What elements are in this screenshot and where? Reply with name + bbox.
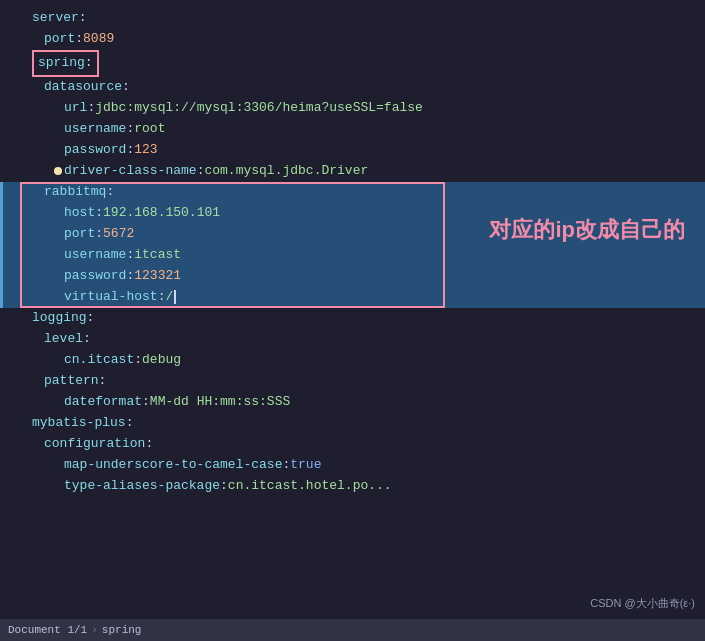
value-map-underscore: true — [290, 455, 321, 476]
value-username: root — [134, 119, 165, 140]
key-username: username — [64, 119, 126, 140]
value-type-aliases: cn.itcast.hotel.po... — [228, 476, 392, 497]
text-cursor — [174, 290, 176, 304]
value-password: 123 — [134, 140, 157, 161]
document-count: Document 1/1 — [8, 624, 87, 636]
key-port: port — [44, 29, 75, 50]
line-server: server: — [0, 8, 705, 29]
line-mybatis: mybatis-plus: — [0, 413, 705, 434]
value-rabbitmq-port: 5672 — [103, 224, 134, 245]
key-dateformat: dateformat — [64, 392, 142, 413]
line-datasource: datasource: — [0, 77, 705, 98]
key-mybatis: mybatis-plus — [32, 413, 126, 434]
value-host: 192.168.150.101 — [103, 203, 220, 224]
line-configuration: configuration: — [0, 434, 705, 455]
key-type-aliases: type-aliases-package — [64, 476, 220, 497]
key-driver: driver-class-name — [64, 161, 197, 182]
line-virtual-host: virtual-host: / — [0, 287, 705, 308]
annotation-text: 对应的ip改成自己的 — [489, 212, 685, 247]
value-dateformat: MM-dd HH:mm:ss:SSS — [150, 392, 290, 413]
watermark: CSDN @大小曲奇(ε·) — [590, 596, 695, 611]
key-configuration: configuration — [44, 434, 145, 455]
line-spring: spring: — [0, 50, 705, 77]
value-port: 8089 — [83, 29, 114, 50]
key-pattern: pattern — [44, 371, 99, 392]
value-driver: com.mysql.jdbc.Driver — [204, 161, 368, 182]
line-pattern: pattern: — [0, 371, 705, 392]
key-virtual-host: virtual-host — [64, 287, 158, 308]
key-datasource: datasource — [44, 77, 122, 98]
key-logging: logging — [32, 308, 87, 329]
line-rabbitmq: rabbitmq: — [0, 182, 705, 203]
gutter-driver — [52, 167, 64, 175]
line-rabbitmq-username: username: itcast — [0, 245, 705, 266]
value-cn-itcast: debug — [142, 350, 181, 371]
key-host: host — [64, 203, 95, 224]
key-server: server — [32, 8, 79, 29]
gutter-dot-driver — [54, 167, 62, 175]
line-cn-itcast: cn.itcast: debug — [0, 350, 705, 371]
line-rabbitmq-password: password: 123321 — [0, 266, 705, 287]
line-password: password: 123 — [0, 140, 705, 161]
value-rabbitmq-password: 123321 — [134, 266, 181, 287]
line-level: level: — [0, 329, 705, 350]
line-dateformat: dateformat: MM-dd HH:mm:ss:SSS — [0, 392, 705, 413]
key-password: password — [64, 140, 126, 161]
key-map-underscore: map-underscore-to-camel-case — [64, 455, 282, 476]
line-map-underscore: map-underscore-to-camel-case: true — [0, 455, 705, 476]
line-username: username: root — [0, 119, 705, 140]
key-cn-itcast: cn.itcast — [64, 350, 134, 371]
rabbitmq-section: rabbitmq: host: 192.168.150.101 port: 56… — [0, 182, 705, 308]
key-rabbitmq-username: username — [64, 245, 126, 266]
line-logging: logging: — [0, 308, 705, 329]
editor-area: server: port: 8089 spring: datasource: u… — [0, 0, 705, 505]
bottom-bar: Document 1/1 › spring — [0, 619, 705, 641]
breadcrumb-spring: spring — [102, 624, 142, 636]
key-level: level — [44, 329, 83, 350]
line-type-aliases: type-aliases-package: cn.itcast.hotel.po… — [0, 476, 705, 497]
value-url: jdbc:mysql://mysql:3306/heima?useSSL=fal… — [95, 98, 423, 119]
key-url: url — [64, 98, 87, 119]
key-rabbitmq-password: password — [64, 266, 126, 287]
value-rabbitmq-username: itcast — [134, 245, 181, 266]
line-url: url: jdbc:mysql://mysql:3306/heima?useSS… — [0, 98, 705, 119]
key-rabbitmq-port: port — [64, 224, 95, 245]
line-driver: driver-class-name: com.mysql.jdbc.Driver — [0, 161, 705, 182]
left-bar — [0, 182, 3, 308]
value-virtual-host: / — [165, 287, 173, 308]
line-port: port: 8089 — [0, 29, 705, 50]
key-spring: spring — [38, 55, 85, 70]
key-rabbitmq: rabbitmq — [44, 182, 106, 203]
